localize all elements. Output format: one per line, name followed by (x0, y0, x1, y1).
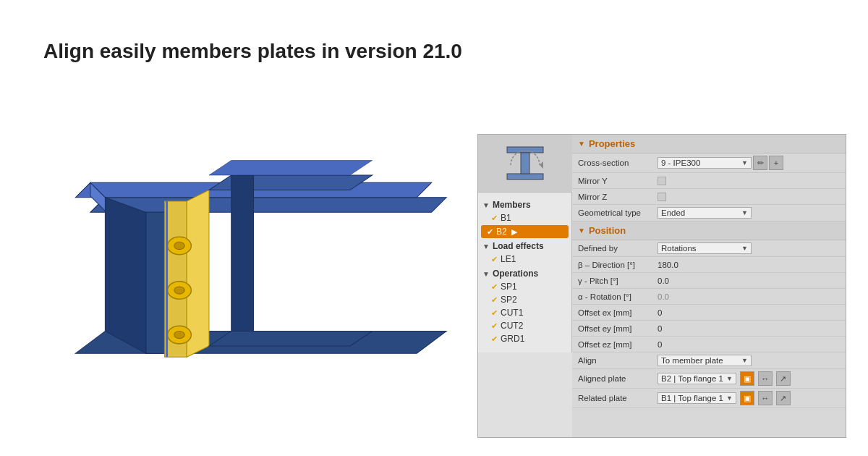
position-section-label: Position (589, 225, 626, 236)
operations-header: ▼ Operations (478, 267, 571, 280)
cross-section-label: Cross-section (578, 159, 658, 167)
sp1-item[interactable]: ✔ SP1 (478, 280, 571, 293)
cut2-check: ✔ (491, 321, 498, 331)
le1-item[interactable]: ✔ LE1 (478, 253, 571, 266)
geometrical-type-value: Ended (661, 208, 685, 217)
offset-ey-value: 0 (658, 324, 840, 333)
svg-marker-22 (540, 161, 543, 169)
pitch-label: γ - Pitch [°] (578, 276, 658, 285)
cross-section-select[interactable]: 9 - IPE300 ▼ (658, 157, 752, 169)
aligned-plate-value: B2 | Top flange 1 (661, 374, 723, 383)
svg-rect-21 (521, 153, 529, 174)
svg-marker-3 (105, 198, 145, 353)
members-header: ▼ Members (478, 198, 571, 211)
svg-rect-19 (507, 147, 543, 153)
mirror-z-label: Mirror Z (578, 193, 658, 201)
operations-section: ▼ Operations ✔ SP1 ✔ SP2 ✔ CUT1 ✔ CUT2 (478, 267, 571, 345)
le1-label: LE1 (501, 254, 516, 264)
le1-check: ✔ (491, 255, 498, 264)
offset-ey-label: Offset ey [mm] (578, 324, 658, 333)
related-plate-row: Related plate B1 | Top flange 1 ▼ ▣ ↔ ↗ (572, 389, 846, 408)
aligned-plate-controls: B2 | Top flange 1 ▼ ▣ ↔ ↗ (658, 371, 791, 386)
svg-point-12 (174, 287, 184, 294)
load-effects-section: ▼ Load effects ✔ LE1 (478, 240, 571, 266)
geometrical-type-label: Geometrical type (578, 208, 658, 217)
related-plate-btn3[interactable]: ↗ (776, 391, 791, 405)
load-effects-arrow: ▼ (482, 242, 490, 250)
svg-marker-16 (231, 175, 254, 331)
offset-ez-value: 0 (658, 340, 840, 349)
cross-section-edit-btn[interactable]: ✏ (753, 156, 767, 170)
aligned-plate-btn2[interactable]: ↔ (758, 371, 773, 386)
svg-marker-17 (209, 161, 373, 176)
aligned-plate-btn1[interactable]: ▣ (740, 371, 754, 386)
align-select[interactable]: To member plate ▼ (658, 355, 752, 366)
offset-ex-row: Offset ex [mm] 0 (572, 305, 846, 321)
offset-ez-row: Offset ez [mm] 0 (572, 337, 846, 352)
aligned-plate-label: Aligned plate (578, 374, 658, 383)
pitch-row: γ - Pitch [°] 0.0 (572, 273, 846, 289)
svg-marker-15 (209, 331, 373, 346)
sp2-item[interactable]: ✔ SP2 (478, 293, 571, 306)
related-plate-btn2[interactable]: ↔ (758, 391, 773, 405)
b2-label: B2 (496, 227, 507, 237)
mirror-y-checkbox[interactable] (658, 177, 666, 185)
tree-panel: ▼ Members ✔ B1 ✔ B2 ▶ ▼ Load effects (478, 193, 572, 352)
cross-section-select-group: 9 - IPE300 ▼ ✏ + (658, 156, 840, 170)
grd1-item[interactable]: ✔ GRD1 (478, 332, 571, 345)
direction-label: β – Direction [°] (578, 261, 658, 269)
aligned-plate-arrow: ▼ (726, 375, 733, 382)
direction-row: β – Direction [°] 180.0 (572, 257, 846, 273)
pitch-value: 0.0 (658, 276, 840, 285)
offset-ey-row: Offset ey [mm] 0 (572, 321, 846, 337)
b1-item[interactable]: ✔ B1 (478, 211, 571, 224)
geometrical-type-select[interactable]: Ended ▼ (658, 207, 752, 219)
geometrical-type-arrow: ▼ (741, 209, 748, 216)
cut1-item[interactable]: ✔ CUT1 (478, 306, 571, 319)
aligned-plate-row: Aligned plate B2 | Top flange 1 ▼ ▣ ↔ ↗ (572, 369, 846, 389)
operations-arrow: ▼ (482, 270, 490, 278)
properties-section-label: Properties (589, 138, 635, 149)
mirror-y-row: Mirror Y (572, 173, 846, 189)
align-arrow: ▼ (741, 357, 748, 364)
beam-illustration (29, 116, 448, 405)
related-plate-controls: B1 | Top flange 1 ▼ ▣ ↔ ↗ (658, 391, 791, 405)
page-title: Align easily members plates in version 2… (43, 40, 462, 63)
cross-section-row: Cross-section 9 - IPE300 ▼ ✏ + (572, 153, 846, 173)
offset-ex-value: 0 (658, 308, 840, 317)
sp1-check: ✔ (491, 282, 498, 292)
rotation-value: 0.0 (658, 292, 840, 301)
defined-by-label: Defined by (578, 244, 658, 253)
cut2-label: CUT2 (501, 321, 523, 331)
properties-content: ▼ Properties Cross-section 9 - IPE300 ▼ … (572, 135, 846, 437)
align-value: To member plate (661, 356, 723, 365)
position-section-header: ▼ Position (572, 221, 846, 240)
grd1-label: GRD1 (501, 334, 524, 344)
aligned-plate-btn3[interactable]: ↗ (776, 371, 791, 386)
defined-by-select[interactable]: Rotations ▼ (658, 242, 752, 254)
mirror-z-checkbox[interactable] (658, 193, 666, 201)
cut2-item[interactable]: ✔ CUT2 (478, 319, 571, 332)
svg-rect-20 (507, 174, 543, 180)
cross-section-add-btn[interactable]: + (769, 156, 783, 170)
b1-label: B1 (501, 213, 511, 223)
properties-panel: ▼ Members ✔ B1 ✔ B2 ▶ ▼ Load effects (477, 134, 846, 438)
b2-item[interactable]: ✔ B2 ▶ (481, 225, 569, 238)
sp2-label: SP2 (501, 295, 517, 305)
related-plate-select[interactable]: B1 | Top flange 1 ▼ (658, 392, 736, 404)
b2-arrow: ▶ (511, 227, 517, 237)
left-column: ▼ Members ✔ B1 ✔ B2 ▶ ▼ Load effects (478, 135, 572, 437)
offset-ex-label: Offset ex [mm] (578, 308, 658, 317)
sp1-label: SP1 (501, 282, 517, 292)
position-triangle: ▼ (578, 227, 585, 235)
related-plate-btn1[interactable]: ▣ (740, 391, 754, 405)
svg-marker-1 (90, 198, 446, 213)
related-plate-label: Related plate (578, 394, 658, 402)
members-label: Members (493, 200, 531, 210)
rotation-label: α - Rotation [°] (578, 292, 658, 301)
offset-ez-label: Offset ez [mm] (578, 340, 658, 349)
svg-point-11 (174, 242, 184, 249)
b1-check: ✔ (491, 214, 498, 223)
aligned-plate-select[interactable]: B2 | Top flange 1 ▼ (658, 373, 736, 384)
member-preview (478, 135, 572, 193)
